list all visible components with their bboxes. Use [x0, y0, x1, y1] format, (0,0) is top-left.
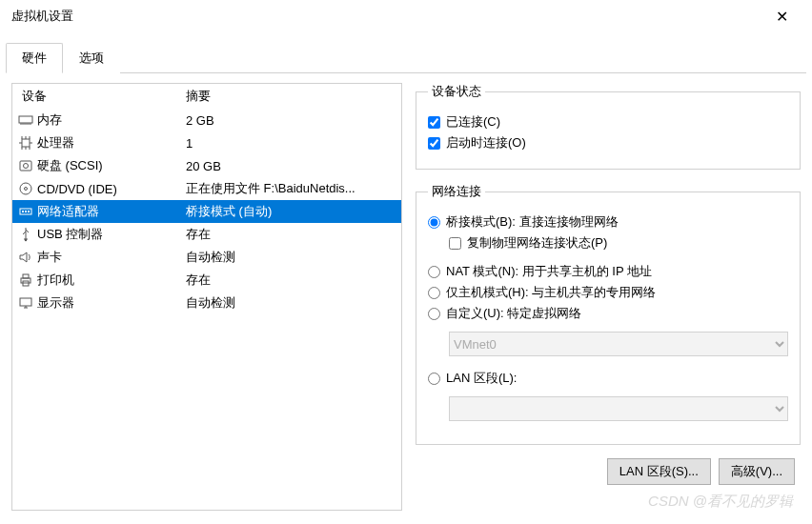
lan-segment-label: LAN 区段(L):: [446, 370, 517, 387]
column-summary: 摘要: [186, 88, 399, 105]
cd-icon: [14, 181, 37, 196]
svg-point-4: [20, 183, 31, 194]
custom-radio-row[interactable]: 自定义(U): 特定虚拟网络: [428, 305, 788, 322]
device-status-group: 设备状态 已连接(C) 启动时连接(O): [416, 83, 801, 170]
memory-icon: [14, 112, 37, 128]
device-name: 网络适配器: [37, 203, 186, 220]
sound-icon: [14, 250, 37, 265]
device-name: 打印机: [37, 272, 186, 289]
connect-poweron-checkbox-row[interactable]: 启动时连接(O): [428, 134, 788, 151]
cpu-icon: [14, 135, 37, 151]
device-name: 硬盘 (SCSI): [37, 157, 186, 174]
vm-settings-window: 虚拟机设置 ✕ 硬件 选项 设备 摘要 内存2 GB处理器1硬盘 (SCSI)2…: [0, 0, 812, 524]
device-summary: 2 GB: [186, 113, 399, 128]
replicate-checkbox[interactable]: [449, 237, 461, 250]
title-bar: 虚拟机设置 ✕: [0, 0, 812, 32]
hostonly-radio-row[interactable]: 仅主机模式(H): 与主机共享的专用网络: [428, 284, 788, 301]
display-icon: [14, 295, 37, 311]
custom-label: 自定义(U): 特定虚拟网络: [446, 305, 581, 322]
settings-panel: 设备状态 已连接(C) 启动时连接(O) 网络连接 桥接模式(B): 直接连接物…: [416, 83, 801, 511]
device-row[interactable]: 处理器1: [12, 131, 401, 154]
custom-radio[interactable]: [428, 308, 440, 320]
device-summary: 存在: [186, 272, 399, 289]
device-summary: 20 GB: [186, 159, 399, 173]
lan-segment-select[interactable]: [449, 396, 788, 421]
tab-content: 设备 摘要 内存2 GB处理器1硬盘 (SCSI)20 GBCD/DVD (ID…: [6, 72, 806, 520]
device-list-header: 设备 摘要: [12, 84, 401, 109]
bridged-radio-row[interactable]: 桥接模式(B): 直接连接物理网络: [428, 213, 788, 231]
svg-rect-1: [22, 139, 30, 147]
device-summary: 存在: [186, 226, 399, 243]
connected-checkbox[interactable]: [428, 116, 440, 129]
device-row[interactable]: 网络适配器桥接模式 (自动): [12, 200, 401, 223]
hostonly-label: 仅主机模式(H): 与主机共享的专用网络: [446, 284, 656, 301]
device-status-legend: 设备状态: [428, 83, 485, 100]
device-name: 显示器: [37, 294, 186, 312]
bridged-radio[interactable]: [428, 216, 440, 229]
svg-rect-14: [20, 298, 31, 306]
device-name: 处理器: [37, 134, 186, 151]
window-title: 虚拟机设置: [11, 8, 762, 25]
device-name: 声卡: [37, 249, 186, 266]
svg-rect-9: [28, 211, 30, 212]
lan-segment-radio[interactable]: [428, 373, 440, 385]
custom-network-select[interactable]: VMnet0: [449, 332, 788, 356]
nat-label: NAT 模式(N): 用于共享主机的 IP 地址: [446, 263, 652, 280]
device-name: 内存: [37, 111, 186, 129]
svg-rect-7: [22, 211, 24, 212]
connected-checkbox-row[interactable]: 已连接(C): [428, 113, 788, 131]
device-summary: 1: [186, 136, 399, 151]
device-summary: 正在使用文件 F:\BaiduNetdis...: [186, 180, 399, 197]
nat-radio-row[interactable]: NAT 模式(N): 用于共享主机的 IP 地址: [428, 263, 788, 280]
lan-segment-radio-row[interactable]: LAN 区段(L):: [428, 370, 788, 387]
svg-rect-8: [25, 211, 27, 212]
device-name: CD/DVD (IDE): [37, 182, 186, 196]
network-connection-legend: 网络连接: [428, 183, 485, 200]
device-name: USB 控制器: [37, 226, 186, 243]
replicate-checkbox-row[interactable]: 复制物理网络连接状态(P): [449, 234, 788, 252]
device-row[interactable]: 显示器自动检测: [12, 292, 401, 314]
svg-point-10: [25, 239, 27, 241]
connected-label: 已连接(C): [446, 113, 500, 131]
tab-strip: 硬件 选项: [0, 42, 812, 72]
bridged-label: 桥接模式(B): 直接连接物理网络: [446, 213, 619, 231]
column-device: 设备: [14, 88, 186, 105]
device-row[interactable]: 硬盘 (SCSI)20 GB: [12, 154, 401, 177]
device-row[interactable]: 打印机存在: [12, 269, 401, 292]
device-summary: 自动检测: [186, 294, 399, 312]
printer-icon: [14, 272, 37, 288]
svg-rect-12: [23, 274, 29, 278]
network-connection-group: 网络连接 桥接模式(B): 直接连接物理网络 复制物理网络连接状态(P) NAT…: [416, 183, 801, 445]
svg-rect-0: [19, 116, 32, 123]
nat-radio[interactable]: [428, 266, 440, 278]
device-summary: 桥接模式 (自动): [186, 203, 399, 220]
action-buttons: LAN 区段(S)... 高级(V)...: [416, 458, 801, 485]
svg-rect-2: [20, 161, 31, 171]
lan-segments-button[interactable]: LAN 区段(S)...: [607, 458, 711, 485]
network-icon: [14, 204, 37, 219]
advanced-button[interactable]: 高级(V)...: [719, 458, 795, 485]
svg-point-3: [24, 164, 29, 169]
hostonly-radio[interactable]: [428, 287, 440, 299]
usb-icon: [14, 227, 37, 242]
device-row[interactable]: 内存2 GB: [12, 109, 401, 131]
device-row[interactable]: USB 控制器存在: [12, 223, 401, 246]
device-row[interactable]: 声卡自动检测: [12, 246, 401, 269]
disk-icon: [14, 158, 37, 173]
svg-point-5: [25, 188, 28, 191]
device-row[interactable]: CD/DVD (IDE)正在使用文件 F:\BaiduNetdis...: [12, 177, 401, 200]
device-list[interactable]: 内存2 GB处理器1硬盘 (SCSI)20 GBCD/DVD (IDE)正在使用…: [12, 109, 401, 510]
device-list-panel: 设备 摘要 内存2 GB处理器1硬盘 (SCSI)20 GBCD/DVD (ID…: [11, 83, 402, 511]
replicate-label: 复制物理网络连接状态(P): [467, 234, 607, 252]
device-summary: 自动检测: [186, 249, 399, 266]
tab-hardware[interactable]: 硬件: [6, 43, 63, 73]
connect-poweron-checkbox[interactable]: [428, 137, 440, 150]
tab-options[interactable]: 选项: [63, 43, 120, 73]
close-button[interactable]: ✕: [762, 2, 801, 30]
connect-poweron-label: 启动时连接(O): [446, 134, 526, 151]
